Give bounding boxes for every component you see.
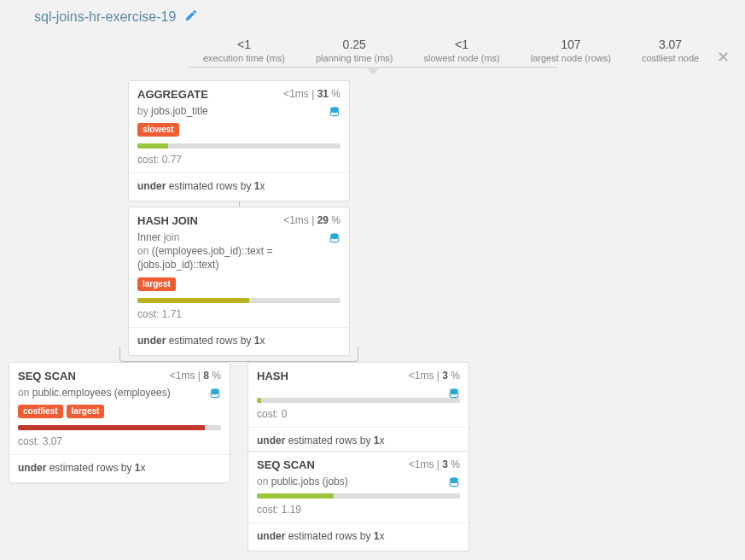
node-hash[interactable]: HASH <1ms | 3 % cost: 0 under estimated … [247, 362, 469, 456]
cost-label: cost: 0 [248, 403, 469, 428]
node-seqscan-employees[interactable]: SEQ SCAN <1ms | 8 % on public.employees … [9, 362, 230, 483]
badge-largest: largest [67, 405, 105, 418]
node-sub: by jobs.job_title [129, 104, 349, 123]
node-meta: <1ms | 8 % [170, 370, 221, 382]
node-meta: <1ms | 31 % [283, 88, 340, 101]
database-icon[interactable] [209, 386, 221, 400]
badge-largest: largest [137, 277, 176, 291]
plan-canvas: AGGREGATE <1ms | 31 % by jobs.job_title … [0, 68, 745, 546]
close-icon[interactable]: ✕ [717, 48, 730, 67]
estimate-label: under estimated rows by 1x [9, 455, 230, 482]
edit-icon[interactable] [184, 9, 198, 26]
node-aggregate[interactable]: AGGREGATE <1ms | 31 % by jobs.job_title … [128, 80, 350, 201]
stat-exec-time: <1execution time (ms) [188, 38, 300, 63]
node-sub [248, 386, 469, 398]
estimate-label: under estimated rows by 1x [129, 173, 349, 201]
node-title: HASH JOIN [137, 214, 198, 227]
node-title: HASH [257, 370, 288, 382]
cost-label: cost: 1.71 [129, 303, 349, 328]
stat-costliest: 3.07costliest node [626, 38, 714, 63]
badge-costliest: costliest [18, 405, 63, 418]
database-icon[interactable] [329, 104, 340, 118]
node-meta: <1ms | 3 % [409, 458, 460, 471]
cost-label: cost: 3.07 [9, 430, 230, 455]
node-title: SEQ SCAN [257, 458, 315, 471]
node-meta: <1ms | 3 % [409, 370, 460, 382]
cost-label: cost: 0.77 [129, 149, 349, 173]
cost-label: cost: 1.19 [248, 499, 469, 523]
database-icon[interactable] [448, 386, 460, 400]
node-sub: on public.jobs (jobs) [248, 475, 469, 493]
node-title: SEQ SCAN [18, 370, 76, 382]
badge-slowest: slowest [137, 123, 179, 137]
title-bar: sql-joins-hr-exercise-19 [0, 0, 745, 31]
node-sub: on public.employees (employees) [9, 386, 230, 405]
stats-bar: <1execution time (ms) 0.25planning time … [188, 38, 745, 63]
node-hash-join[interactable]: HASH JOIN <1ms | 29 % Inner joinon ((emp… [128, 207, 350, 356]
estimate-label: under estimated rows by 1x [129, 328, 349, 355]
page-title: sql-joins-hr-exercise-19 [34, 9, 176, 25]
stat-plan-time: 0.25planning time (ms) [300, 38, 408, 63]
node-seqscan-jobs[interactable]: SEQ SCAN <1ms | 3 % on public.jobs (jobs… [247, 451, 469, 551]
stat-largest: 107largest node (rows) [515, 38, 626, 63]
node-title: AGGREGATE [137, 88, 208, 101]
estimate-label: under estimated rows by 1x [248, 523, 469, 551]
database-icon[interactable] [329, 230, 340, 244]
node-meta: <1ms | 29 % [283, 214, 340, 227]
stat-slowest: <1slowest node (ms) [408, 38, 515, 63]
database-icon[interactable] [448, 475, 460, 488]
node-sub: Inner joinon ((employees.job_id)::text =… [129, 230, 349, 277]
